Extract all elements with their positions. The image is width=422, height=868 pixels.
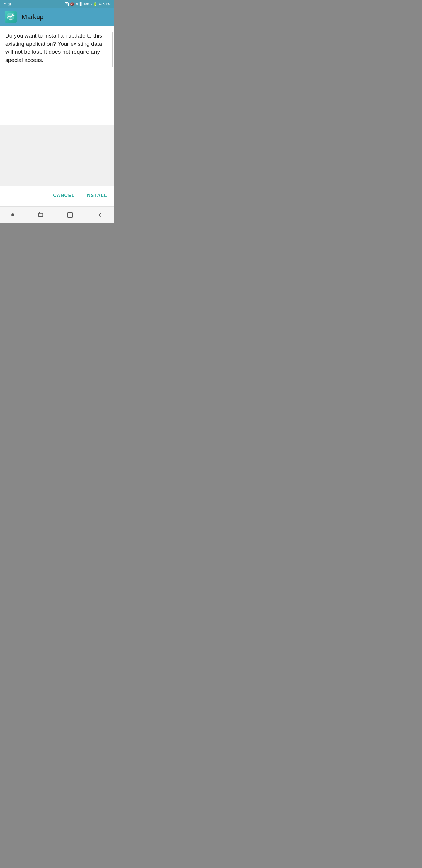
overview-button[interactable] <box>61 209 79 220</box>
recents-icon <box>37 212 44 218</box>
wifi-icon: ⇅ <box>75 2 78 6</box>
scrollbar-hint <box>112 32 113 67</box>
spacer-gray <box>0 125 114 186</box>
minus-circle-icon: ⊖ <box>3 2 6 6</box>
phone-wrapper: ⊖ ⊞ N 🔇 ⇅ ▊ 100% 🔋 4:05 PM Markup <box>0 0 114 223</box>
main-content: Do you want to install an update to this… <box>0 26 114 125</box>
back-icon <box>96 212 103 218</box>
nav-bar <box>0 207 114 223</box>
signal-icon: ▊ <box>80 2 82 6</box>
svg-rect-3 <box>68 212 73 217</box>
back-button[interactable] <box>91 209 109 220</box>
recents-button[interactable] <box>32 209 50 220</box>
battery-icon: 🔋 <box>93 2 97 6</box>
home-dot-button[interactable] <box>6 211 20 219</box>
app-icon <box>5 11 17 23</box>
status-bar: ⊖ ⊞ N 🔇 ⇅ ▊ 100% 🔋 4:05 PM <box>0 0 114 8</box>
app-icon-svg <box>7 13 15 21</box>
content-wrapper: Do you want to install an update to this… <box>0 26 114 207</box>
nfc-icon: N <box>65 2 69 6</box>
svg-marker-1 <box>9 19 12 21</box>
overview-icon <box>67 212 73 218</box>
app-title: Markup <box>22 13 44 21</box>
svg-rect-2 <box>38 213 43 216</box>
home-dot-icon <box>11 214 14 216</box>
install-button[interactable]: INSTALL <box>84 191 108 200</box>
app-bar: Markup <box>0 8 114 26</box>
description-text: Do you want to install an update to this… <box>5 32 109 64</box>
button-area: CANCEL INSTALL <box>0 186 114 207</box>
battery-percent: 100% <box>84 2 92 6</box>
status-bar-right: N 🔇 ⇅ ▊ 100% 🔋 4:05 PM <box>65 2 111 6</box>
status-bar-left: ⊖ ⊞ <box>3 2 11 6</box>
grid-icon: ⊞ <box>8 2 11 6</box>
time-display: 4:05 PM <box>99 2 111 6</box>
mute-icon: 🔇 <box>70 2 74 6</box>
cancel-button[interactable]: CANCEL <box>52 191 76 200</box>
